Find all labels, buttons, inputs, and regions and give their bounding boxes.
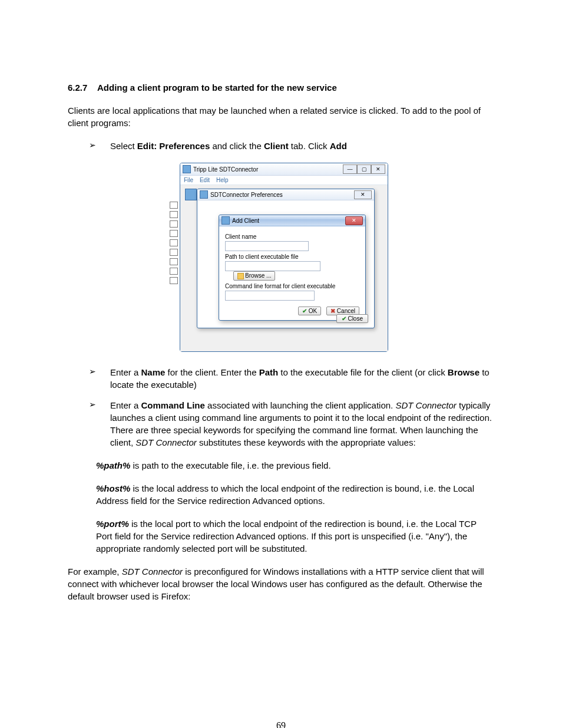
menu-file[interactable]: File <box>184 177 193 183</box>
section-heading: 6.2.7Adding a client program to be start… <box>68 83 494 93</box>
main-titlebar: Tripp Lite SDTConnector — ▢ ✕ <box>180 163 388 176</box>
tree-node[interactable] <box>170 202 178 209</box>
step-list-2: Enter a Name for the client. Enter the P… <box>68 366 494 449</box>
check-icon: ✔ <box>302 308 307 314</box>
screenshot-figure: Tripp Lite SDTConnector — ▢ ✕ File Edit … <box>180 163 494 352</box>
ok-button[interactable]: ✔ OK <box>298 307 321 315</box>
page-number: 69 <box>68 720 494 728</box>
step-1: Select Edit: Preferences and click the C… <box>68 140 494 152</box>
toolbar-icon[interactable] <box>185 189 197 200</box>
close-window-button[interactable]: ✕ <box>371 164 385 174</box>
tree-node[interactable] <box>170 277 178 284</box>
menu-help[interactable]: Help <box>216 177 229 183</box>
tree-node[interactable] <box>170 230 178 237</box>
client-name-input[interactable] <box>225 241 309 251</box>
app-icon <box>183 165 191 173</box>
preferences-close-x[interactable]: ✕ <box>354 190 372 199</box>
browse-button[interactable]: Browse ... <box>233 271 275 281</box>
preferences-titlebar: SDTConnector Preferences ✕ <box>197 189 374 200</box>
step-2: Enter a Name for the client. Enter the P… <box>68 366 494 391</box>
intro-paragraph: Clients are local applications that may … <box>68 104 494 129</box>
preferences-icon <box>200 190 208 199</box>
tree-node[interactable] <box>170 258 178 265</box>
client-cmd-label: Command line format for client executabl… <box>225 283 359 289</box>
closing-paragraph: For example, SDT Connector is preconfigu… <box>68 565 494 602</box>
main-window: Tripp Lite SDTConnector — ▢ ✕ File Edit … <box>180 163 388 352</box>
main-window-title: Tripp Lite SDTConnector <box>193 166 258 173</box>
maximize-button[interactable]: ▢ <box>357 164 371 174</box>
tree-node[interactable] <box>170 239 178 246</box>
add-client-body: Client name Path to client executable fi… <box>219 226 365 320</box>
main-client-area: SDTConnector Preferences ✕ Add Client ✕ … <box>180 185 388 351</box>
menu-edit[interactable]: Edit <box>200 177 210 183</box>
add-client-title-text: Add Client <box>232 218 259 224</box>
preferences-close-button[interactable]: ✔ Close <box>336 314 368 323</box>
add-client-dialog: Add Client ✕ Client name Path to client … <box>219 215 366 321</box>
client-name-label: Client name <box>225 233 359 240</box>
keyword-path: %path% is path to the executable file, i… <box>96 459 494 472</box>
tree-view <box>170 202 189 286</box>
menubar: File Edit Help <box>180 176 388 185</box>
keyword-port: %port% is the local port to which the lo… <box>96 518 494 555</box>
step-list-1: Select Edit: Preferences and click the C… <box>68 140 494 152</box>
add-client-close-x[interactable]: ✕ <box>345 216 363 225</box>
step-3: Enter a Command Line associated with lau… <box>68 399 494 449</box>
add-client-titlebar: Add Client ✕ <box>219 215 365 226</box>
preferences-dialog: SDTConnector Preferences ✕ Add Client ✕ … <box>197 189 375 328</box>
tree-node[interactable] <box>170 249 178 256</box>
keyword-host: %host% is the local address to which the… <box>96 482 494 507</box>
tree-node[interactable] <box>170 211 178 218</box>
section-title-text: Adding a client program to be started fo… <box>97 83 337 93</box>
client-cmd-input[interactable] <box>225 291 315 301</box>
folder-icon <box>237 273 244 279</box>
client-path-label: Path to client executable file <box>225 253 359 260</box>
section-number: 6.2.7 <box>68 83 97 93</box>
x-icon: ✖ <box>330 308 335 314</box>
client-path-input[interactable] <box>225 261 320 271</box>
check-icon: ✔ <box>342 315 346 322</box>
minimize-button[interactable]: — <box>343 164 357 174</box>
tree-node[interactable] <box>170 268 178 275</box>
preferences-body: Add Client ✕ Client name Path to client … <box>197 200 374 328</box>
add-client-icon <box>222 216 230 225</box>
tree-node[interactable] <box>170 220 178 228</box>
window-controls: — ▢ ✕ <box>343 164 385 174</box>
preferences-title-text: SDTConnector Preferences <box>210 192 283 198</box>
